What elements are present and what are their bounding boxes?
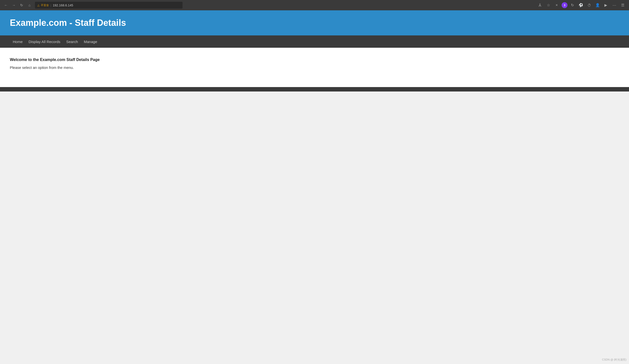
- home-button[interactable]: ⌂: [26, 2, 32, 8]
- csdn-watermark: CSDN @ (时光漫照): [602, 358, 627, 362]
- back-button[interactable]: ←: [3, 2, 9, 8]
- nav-manage[interactable]: Manage: [81, 35, 100, 48]
- forward-button[interactable]: →: [11, 2, 17, 8]
- more-icon[interactable]: ⋯: [611, 2, 618, 9]
- refresh-icon[interactable]: ↻: [569, 2, 576, 9]
- security-warning-icon: △: [37, 4, 39, 7]
- nav-display-all[interactable]: Display All Records: [25, 35, 63, 48]
- welcome-title: Welcome to the Example.com Staff Details…: [10, 58, 619, 62]
- nav-search[interactable]: Search: [63, 35, 81, 48]
- address-url: 192.168.6.145: [53, 3, 73, 7]
- site-header: Example.com - Staff Details: [0, 10, 629, 35]
- browser-chrome: ← → ↻ ⌂ △ 不安全 | 192.168.6.145 Â ☆ ✕ 3 ↻…: [0, 0, 629, 10]
- favorites-icon[interactable]: ☆: [545, 2, 552, 9]
- sync-icon[interactable]: 👤: [594, 2, 601, 9]
- site-nav: Home Display All Records Search Manage: [0, 35, 629, 48]
- page-body: [0, 92, 629, 239]
- security-warning-text: 不安全: [41, 3, 49, 7]
- sidebar-icon[interactable]: ☰: [619, 2, 626, 9]
- profile-icon[interactable]: 3: [562, 2, 568, 8]
- cast-icon[interactable]: ▶: [603, 2, 609, 9]
- site-footer: [0, 87, 629, 92]
- welcome-subtitle: Please select an option from the menu.: [10, 65, 619, 70]
- collection-icon[interactable]: ⚽: [577, 2, 584, 9]
- browser-nav-buttons: ← → ↻ ⌂: [3, 2, 32, 8]
- nav-home[interactable]: Home: [10, 35, 25, 48]
- history-icon[interactable]: ⏱: [586, 2, 593, 9]
- refresh-button[interactable]: ↻: [19, 2, 25, 8]
- site-title: Example.com - Staff Details: [10, 18, 619, 28]
- browser-toolbar-right: Â ☆ ✕ 3 ↻ ⚽ ⏱ 👤 ▶ ⋯ ☰: [536, 2, 626, 9]
- reader-mode-icon[interactable]: Â: [536, 2, 543, 9]
- address-bar[interactable]: △ 不安全 | 192.168.6.145: [35, 2, 182, 9]
- site-main: Welcome to the Example.com Staff Details…: [0, 48, 629, 87]
- address-separator: |: [50, 3, 51, 7]
- close-tab-icon[interactable]: ✕: [553, 2, 560, 9]
